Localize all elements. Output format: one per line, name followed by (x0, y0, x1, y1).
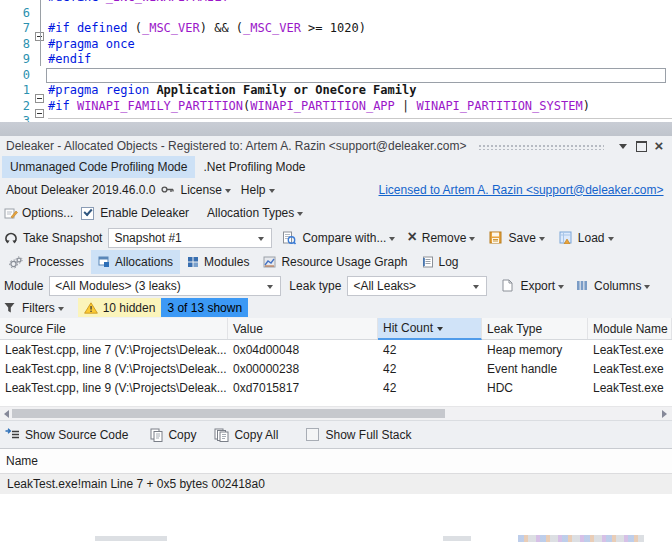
allocations-icon (98, 256, 110, 268)
table-cell: 42 (378, 340, 482, 359)
table-cell: LeakTest.exe (588, 378, 672, 397)
leak-type-combobox[interactable]: <All Leaks> (347, 276, 487, 296)
code-line[interactable]: 8#pragma once (0, 37, 672, 53)
tab-unmanaged-profiling[interactable]: Unmanaged Code Profiling Mode (2, 156, 195, 178)
deleaker-panel: Deleaker - Allocated Objects - Registere… (0, 136, 672, 544)
chevron-down-icon (558, 285, 564, 289)
code-lines: #define _INC_WINAPIFAMILY67#if defined (… (0, 0, 672, 122)
code-segment: #pragma once (48, 37, 135, 51)
save-icon (489, 231, 502, 244)
horizontal-scrollbar[interactable] (0, 406, 672, 420)
code-segment: ( (135, 21, 142, 35)
code-line[interactable]: 1#pragma region Application Family or On… (0, 83, 672, 99)
hidden-filter-chip[interactable]: 10 hidden (78, 298, 162, 317)
chevron-down-icon (469, 237, 475, 241)
line-number: 1 (0, 83, 30, 99)
code-line[interactable]: 9#endif (0, 52, 672, 68)
column-header-value[interactable]: Value (228, 318, 378, 339)
scrollbar-thumb[interactable] (12, 409, 445, 418)
column-header-leak-type[interactable]: Leak Type (482, 318, 588, 339)
code-line[interactable]: 6 (0, 6, 672, 22)
code-text: #pragma region Application Family or One… (48, 83, 416, 99)
grid-body: LeakTest.cpp, line 7 (V:\Projects\Deleak… (0, 340, 672, 406)
region-line (48, 118, 672, 119)
copy-all-button[interactable]: Copy All (208, 428, 284, 442)
code-segment: WINAPI_FAMILY_PARTITION (77, 99, 243, 113)
scroll-right-arrow-icon[interactable] (662, 410, 667, 418)
stack-name-header[interactable]: Name (0, 449, 672, 474)
tab-processes[interactable]: Processes (2, 250, 91, 274)
take-snapshot-button[interactable]: Take Snapshot (23, 231, 102, 245)
filters-row: Filters 10 hidden 3 of 13 shown (0, 297, 672, 318)
show-full-stack-label: Show Full Stack (325, 428, 411, 442)
sort-descending-icon (437, 327, 443, 331)
enable-deleaker-checkbox[interactable] (81, 207, 94, 220)
panel-titlebar[interactable]: Deleaker - Allocated Objects - Registere… (0, 136, 672, 156)
help-menu[interactable]: Help (239, 183, 279, 197)
chevron-down-icon (389, 237, 395, 241)
table-row[interactable]: LeakTest.cpp, line 9 (V:\Projects\Deleak… (0, 378, 672, 397)
chevron-down-icon (619, 144, 627, 149)
code-segment: Application Family or OneCore Family (156, 83, 416, 97)
licensed-to-link[interactable]: Licensed to Artem A. Razin <support@dele… (379, 183, 664, 197)
about-menu-item[interactable]: About Deleaker 2019.46.0.0 (4, 183, 157, 197)
column-header-label: Hit Count (383, 321, 433, 335)
column-header-label: Value (233, 322, 263, 336)
line-number: 9 (0, 52, 30, 68)
code-line[interactable]: 7#if defined (_MSC_VER) && (_MSC_VER >= … (0, 21, 672, 37)
show-full-stack-checkbox[interactable] (306, 428, 319, 441)
code-text: #endif (48, 52, 91, 68)
options-button[interactable]: Options... (22, 206, 73, 220)
module-combobox[interactable]: <All Modules> (3 leaks) (49, 276, 281, 296)
chevron-down-icon (608, 237, 614, 241)
code-segment: | (395, 99, 417, 113)
code-line[interactable]: 2#if WINAPI_FAMILY_PARTITION(WINAPI_PART… (0, 99, 672, 115)
maximize-button[interactable] (632, 138, 650, 154)
scroll-left-arrow-icon[interactable] (4, 410, 9, 418)
show-source-code-button[interactable]: Show Source Code (3, 428, 134, 442)
save-menu[interactable]: Save (506, 231, 548, 245)
load-menu[interactable]: Load (576, 231, 618, 245)
code-segment: #endif (48, 52, 91, 66)
table-cell: 0x04d00048 (228, 340, 378, 359)
remove-menu[interactable]: Remove (420, 231, 480, 245)
code-segment: WINAPI_PARTITION_SYSTEM (417, 99, 583, 113)
code-editor[interactable]: #define _INC_WINAPIFAMILY67#if defined (… (0, 0, 672, 122)
tab-modules[interactable]: Modules (180, 250, 256, 274)
table-row[interactable]: LeakTest.cpp, line 7 (V:\Projects\Deleak… (0, 340, 672, 359)
table-row[interactable]: LeakTest.cpp, line 8 (V:\Projects\Deleak… (0, 359, 672, 378)
stack-frame-row[interactable]: LeakTest.exe!main Line 7 + 0x5 bytes 002… (0, 474, 672, 494)
column-header-source-file[interactable]: Source File (0, 318, 228, 339)
allocation-types-menu[interactable]: Allocation Types (205, 206, 307, 220)
columns-menu[interactable]: Columns (592, 279, 654, 293)
column-header-module-name[interactable]: Module Name (588, 318, 672, 339)
close-button[interactable]: × (650, 138, 668, 154)
license-menu[interactable]: License (178, 183, 234, 197)
current-line-box (46, 68, 666, 83)
line-number: 2 (0, 99, 30, 115)
table-cell: Heap memory (482, 340, 588, 359)
export-menu[interactable]: Export (518, 279, 568, 293)
tab-allocations[interactable]: Allocations (91, 250, 180, 274)
line-number: 6 (0, 6, 30, 22)
table-cell: 42 (378, 359, 482, 378)
compare-with-menu[interactable]: Compare with... (300, 231, 399, 245)
tab-resource-usage-graph[interactable]: Resource Usage Graph (256, 250, 414, 274)
table-cell: 0x00000238 (228, 359, 378, 378)
table-cell: LeakTest.exe (588, 340, 672, 359)
column-header-hit-count[interactable]: Hit Count (378, 318, 482, 340)
shown-count-badge[interactable]: 3 of 13 shown (161, 298, 248, 317)
column-header-label: Source File (5, 322, 66, 336)
stack-toolbar: Show Source Code Copy Copy All Show Full… (0, 420, 672, 448)
tab-net-profiling[interactable]: .Net Profiling Mode (195, 156, 313, 178)
copy-all-icon (214, 428, 229, 442)
window-splitter[interactable] (0, 122, 672, 136)
snapshot-combobox[interactable]: Snapshot #1 (108, 228, 272, 248)
window-menu-button[interactable] (614, 138, 632, 154)
code-segment: #pragma region (48, 83, 156, 97)
table-cell: LeakTest.exe (588, 359, 672, 378)
table-cell: 42 (378, 378, 482, 397)
filters-menu[interactable]: Filters (20, 301, 68, 315)
tab-log[interactable]: Log (415, 250, 466, 274)
copy-button[interactable]: Copy (144, 428, 202, 442)
